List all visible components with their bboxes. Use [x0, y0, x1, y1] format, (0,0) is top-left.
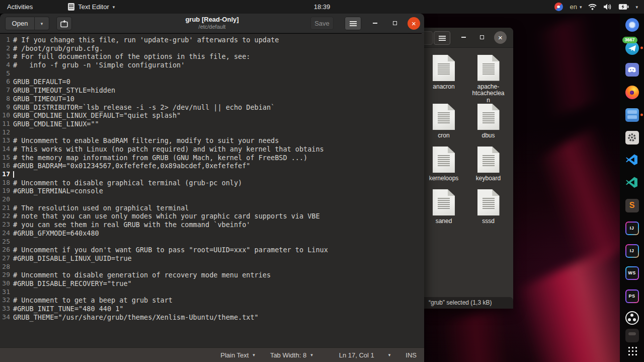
code-line-21[interactable]: 21# The resolution used on graphical ter…: [0, 204, 424, 212]
line-text: # If you change this file, run 'update-g…: [13, 36, 279, 44]
show-applications-button[interactable]: [622, 343, 642, 358]
wifi-icon[interactable]: [588, 4, 597, 10]
code-line-25[interactable]: 25: [0, 238, 424, 246]
cursor-position-label[interactable]: Ln 17, Col 1: [339, 351, 374, 359]
code-line-26[interactable]: 26# Uncomment if you don't want GRUB to …: [0, 246, 424, 254]
file-item-apache-htcacheclean[interactable]: apache-htcacheclean: [467, 55, 510, 104]
fm-close-button[interactable]: ×: [494, 31, 507, 44]
code-line-17[interactable]: 17: [0, 170, 424, 179]
file-item-saned[interactable]: saned: [423, 189, 465, 232]
code-line-1[interactable]: 1# If you change this file, run 'update-…: [0, 36, 424, 44]
editor-maximize-button[interactable]: [390, 18, 400, 28]
volume-icon[interactable]: [603, 4, 612, 10]
code-line-28[interactable]: 28: [0, 263, 424, 271]
dock-phpstorm[interactable]: PS: [622, 288, 642, 304]
dock-trash[interactable]: [622, 328, 642, 343]
code-line-33[interactable]: 33#GRUB_INIT_TUNE="480 440 1": [0, 305, 424, 313]
chevron-down-icon[interactable]: ▾: [635, 5, 638, 10]
activities-button[interactable]: Activities: [0, 3, 41, 11]
line-number: 28: [0, 263, 10, 271]
new-document-button[interactable]: [56, 17, 72, 30]
tab-width-dropdown[interactable]: Tab Width: 8 ▾: [270, 351, 313, 359]
fm-menu-button[interactable]: [434, 31, 450, 45]
code-line-32[interactable]: 32# Uncomment to get a beep at grub star…: [0, 296, 424, 305]
code-line-34[interactable]: 34GRUB_THEME="/usr/share/grub/themes/Xen…: [0, 313, 424, 322]
webstorm-icon: WS: [625, 266, 639, 280]
code-line-14[interactable]: 14# This works with Linux (no patch requ…: [0, 145, 424, 154]
files-icon: [625, 108, 639, 122]
code-line-3[interactable]: 3# For full documentation of the options…: [0, 52, 424, 61]
code-line-8[interactable]: 8GRUB_TIMEOUT=10: [0, 95, 424, 103]
code-line-18[interactable]: 18# Uncomment to disable graphical termi…: [0, 179, 424, 187]
app-menu[interactable]: Text Editor ▾: [68, 3, 115, 11]
gear-icon: [625, 131, 639, 144]
dock-intellij-idea-community[interactable]: IJ: [622, 243, 642, 258]
code-line-24[interactable]: 24#GRUB_GFXMODE=640x480: [0, 229, 424, 238]
open-button[interactable]: Open: [5, 17, 35, 30]
code-line-2[interactable]: 2# /boot/grub/grub.cfg.: [0, 44, 424, 53]
dock-telegram[interactable]: 3667: [622, 40, 642, 55]
dock-discord[interactable]: [622, 62, 642, 77]
hamburger-icon: [350, 21, 357, 26]
line-number: 34: [0, 313, 10, 322]
dock-sublime-text[interactable]: S: [622, 198, 642, 213]
dock-vscode-insiders[interactable]: [622, 175, 642, 190]
code-line-20[interactable]: 20: [0, 195, 424, 204]
code-line-12[interactable]: 12: [0, 128, 424, 137]
code-line-23[interactable]: 23# you can see them in real GRUB with t…: [0, 221, 424, 229]
dock-webstorm[interactable]: WS: [622, 265, 642, 280]
save-button[interactable]: Save: [310, 17, 334, 30]
app-menu-label: Text Editor: [78, 3, 109, 11]
code-line-9[interactable]: 9GRUB_DISTRIBUTOR=`lsb_release -i -s 2> …: [0, 103, 424, 112]
clock[interactable]: 18:39: [309, 0, 336, 14]
code-line-22[interactable]: 22# note that you can use only modes whi…: [0, 212, 424, 221]
line-number: 12: [0, 128, 10, 137]
sublime-text-icon: S: [625, 199, 639, 212]
code-line-19[interactable]: 19#GRUB_TERMINAL=console: [0, 187, 424, 195]
code-line-29[interactable]: 29# Uncomment to disable generation of r…: [0, 271, 424, 279]
text-file-icon: [477, 104, 500, 130]
file-item-anacron[interactable]: anacron: [423, 55, 465, 104]
tray-app-indicator-icon[interactable]: [554, 3, 563, 11]
line-number: 24: [0, 229, 10, 238]
editor-lines[interactable]: 1# If you change this file, run 'update-…: [0, 34, 424, 347]
code-line-5[interactable]: 5: [0, 69, 424, 78]
editor-menu-button[interactable]: [345, 17, 361, 30]
code-line-30[interactable]: 30#GRUB_DISABLE_RECOVERY="true": [0, 279, 424, 288]
code-line-10[interactable]: 10GRUB_CMDLINE_LINUX_DEFAULT="quiet spla…: [0, 111, 424, 120]
battery-charging-icon[interactable]: [618, 4, 629, 10]
code-line-11[interactable]: 11GRUB_CMDLINE_LINUX="": [0, 120, 424, 128]
hamburger-icon: [439, 36, 446, 41]
code-line-16[interactable]: 16#GRUB_BADRAM="0x01234567,0xfefefefe,0x…: [0, 162, 424, 170]
file-item-kerneloops[interactable]: kerneloops: [423, 147, 465, 189]
goto-line-dropdown[interactable]: ▾: [388, 352, 391, 357]
editor-minimize-button[interactable]: [370, 18, 380, 28]
fm-minimize-button[interactable]: [458, 32, 468, 42]
code-line-4[interactable]: 4# info -f grub -n 'Simple configuration…: [0, 61, 424, 69]
wallpaper-streak: [412, 303, 533, 362]
code-line-15[interactable]: 15# the memory map information from GRUB…: [0, 154, 424, 162]
dock-vscode[interactable]: [622, 153, 642, 168]
language-dropdown[interactable]: Plain Text ▾: [220, 351, 255, 359]
code-line-27[interactable]: 27#GRUB_DISABLE_LINUX_UUID=true: [0, 254, 424, 263]
code-line-7[interactable]: 7GRUB_TIMEOUT_STYLE=hidden: [0, 86, 424, 95]
keyboard-layout-indicator[interactable]: en ▾: [570, 3, 582, 11]
file-item-dbus[interactable]: dbus: [467, 104, 510, 147]
open-recent-dropdown[interactable]: ▾: [35, 17, 49, 30]
dock-files[interactable]: [622, 107, 642, 122]
dock-intellij-idea[interactable]: IJ: [622, 221, 642, 236]
editor-close-button[interactable]: ×: [408, 17, 420, 30]
file-item-cron[interactable]: cron: [423, 104, 465, 147]
dock-settings[interactable]: [622, 130, 642, 145]
dock-obs-studio[interactable]: [622, 310, 642, 325]
code-line-6[interactable]: 6GRUB_DEFAULT=0: [0, 78, 424, 86]
file-item-keyboard[interactable]: keyboard: [467, 147, 510, 189]
line-number: 5: [0, 69, 10, 78]
fm-maximize-button[interactable]: [477, 32, 487, 42]
code-line-13[interactable]: 13# Uncomment to enable BadRAM filtering…: [0, 136, 424, 145]
running-indicator: [640, 47, 643, 49]
dock-chromium[interactable]: [622, 17, 642, 32]
dock-firefox[interactable]: [622, 85, 642, 100]
file-item-sssd[interactable]: sssd: [467, 189, 510, 232]
code-line-31[interactable]: 31: [0, 288, 424, 297]
